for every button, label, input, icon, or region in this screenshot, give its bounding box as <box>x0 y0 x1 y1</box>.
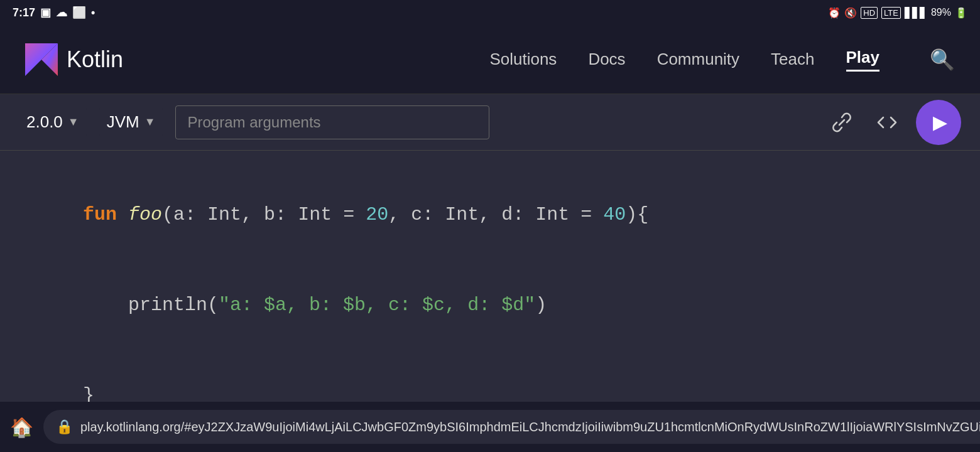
code-line-1: fun foo(a: Int, b: Int = 20, c: Int, d: … <box>38 170 942 260</box>
toolbar: 2.0.0 ▼ JVM ▼ ▶ <box>0 94 980 151</box>
signal-bars: ▋▋▋ <box>905 7 927 19</box>
code-brackets-icon <box>876 111 898 134</box>
kotlin-logo-icon <box>25 43 58 76</box>
link-icon <box>830 111 853 134</box>
run-icon: ▶ <box>933 111 947 133</box>
mute-icon: 🔇 <box>844 7 857 19</box>
home-icon: 🏠 <box>10 417 33 438</box>
target-chevron-icon: ▼ <box>144 116 156 129</box>
nav-community[interactable]: Community <box>657 50 739 69</box>
program-args-input[interactable] <box>175 105 489 139</box>
version-label: 2.0.0 <box>26 112 63 132</box>
battery-icon: 🔋 <box>955 7 967 19</box>
nav-bar: Kotlin Solutions Docs Community Teach Pl… <box>0 25 980 94</box>
status-left: 7:17 ▣ ☁ ⬜ • <box>13 6 95 19</box>
sim-icon: ▣ <box>40 6 51 19</box>
dot-icon: • <box>91 6 95 19</box>
logo-area: Kotlin <box>25 43 123 76</box>
status-bar: 7:17 ▣ ☁ ⬜ • ⏰ 🔇 HD LTE ▋▋▋ 89% 🔋 <box>0 0 980 25</box>
cloud-icon: ☁ <box>56 6 67 19</box>
time-display: 7:17 <box>13 6 35 19</box>
browser-bar: 🏠 🔒 play.kotlinlang.org/#eyJ2ZXJzaW9uIjo… <box>0 402 980 452</box>
lte-badge: LTE <box>881 7 901 19</box>
logo-text: Kotlin <box>67 46 123 73</box>
nav-docs[interactable]: Docs <box>588 50 625 69</box>
link-icon-button[interactable] <box>825 106 858 139</box>
target-label: JVM <box>107 112 139 132</box>
version-chevron-icon: ▼ <box>68 116 79 129</box>
code-view-button[interactable] <box>871 106 903 139</box>
nav-links: Solutions Docs Community Teach Play 🔍 <box>489 48 955 72</box>
alarm-icon: ⏰ <box>828 7 841 19</box>
lock-icon: 🔒 <box>56 419 73 435</box>
target-dropdown[interactable]: JVM ▼ <box>99 107 163 137</box>
search-icon[interactable]: 🔍 <box>930 48 955 72</box>
status-right: ⏰ 🔇 HD LTE ▋▋▋ 89% 🔋 <box>828 7 967 19</box>
nav-teach[interactable]: Teach <box>771 50 814 69</box>
nav-play[interactable]: Play <box>846 48 880 72</box>
url-text: play.kotlinlang.org/#eyJ2ZXJzaW9uIjoiMi4… <box>80 420 980 434</box>
battery-percent: 89% <box>931 7 951 18</box>
code-line-2: println("a: $a, b: $b, c: $c, d: $d") <box>38 260 942 350</box>
hd-badge: HD <box>861 7 878 19</box>
nav-solutions[interactable]: Solutions <box>489 50 557 69</box>
run-button[interactable]: ▶ <box>916 100 961 145</box>
screen-icon: ⬜ <box>72 6 86 19</box>
url-bar[interactable]: 🔒 play.kotlinlang.org/#eyJ2ZXJzaW9uIjoiM… <box>43 410 980 444</box>
version-dropdown[interactable]: 2.0.0 ▼ <box>19 107 87 137</box>
home-button[interactable]: 🏠 <box>10 416 33 438</box>
